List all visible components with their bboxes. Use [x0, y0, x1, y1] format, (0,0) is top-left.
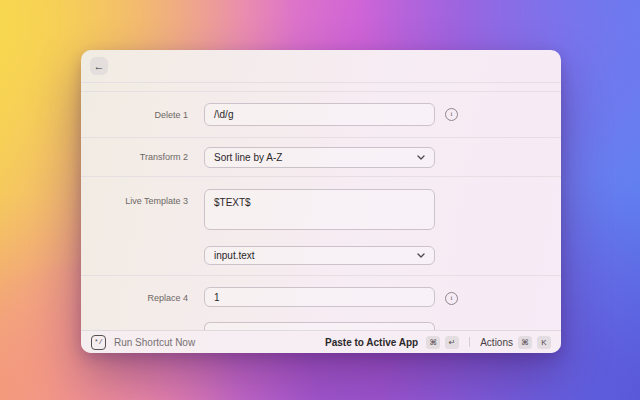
delete-pattern-input[interactable]: /\d/g [204, 103, 435, 126]
cmd-key-icon: ⌘ [426, 336, 440, 349]
input-source-select[interactable]: input.text [204, 246, 435, 265]
back-arrow-icon: ← [94, 60, 105, 72]
input-value: /\d/g [214, 109, 233, 120]
field-label: Delete 1 [81, 110, 188, 120]
k-key-icon: K [537, 336, 551, 349]
run-shortcut-now-label[interactable]: Run Shortcut Now [114, 337, 195, 348]
form-row-replace: Replace 4 1 i [81, 276, 561, 330]
shortcut-editor-window: ← Delete 1 /\d/g i Transform 2 Sort line… [81, 50, 561, 353]
transform-select[interactable]: Sort line by A-Z [204, 147, 435, 168]
action-bar: */ Run Shortcut Now Paste to Active App … [81, 330, 561, 353]
form-row-delete: Delete 1 /\d/g i [81, 92, 561, 138]
field-label: Transform 2 [81, 152, 188, 162]
paste-to-active-app-button[interactable]: Paste to Active App [325, 337, 418, 348]
cmd-key-icon: ⌘ [518, 336, 532, 349]
footer-divider [469, 337, 470, 347]
select-value: input.text [214, 250, 255, 261]
field-label: Live Template 3 [81, 177, 188, 206]
field-label: Replace 4 [81, 276, 188, 303]
info-icon[interactable]: i [445, 108, 458, 121]
form-row-live-template: Live Template 3 $TEXT$ input.text [81, 177, 561, 276]
select-value: Sort line by A-Z [214, 152, 282, 163]
live-template-textarea[interactable]: $TEXT$ [204, 189, 435, 230]
scrolled-row-sliver [81, 83, 561, 92]
form-row-transform: Transform 2 Sort line by A-Z [81, 138, 561, 177]
chevron-down-icon [417, 155, 425, 160]
return-key-icon: ↵ [445, 336, 459, 349]
actions-button[interactable]: Actions [480, 337, 513, 348]
clipped-next-field [204, 322, 435, 330]
window-header: ← [81, 50, 561, 83]
replace-input[interactable]: 1 [204, 287, 435, 307]
shortcut-app-icon: */ [91, 335, 106, 350]
chevron-down-icon [417, 253, 425, 258]
info-icon[interactable]: i [445, 292, 458, 305]
input-value: 1 [214, 292, 220, 303]
back-button[interactable]: ← [90, 57, 108, 75]
textarea-value: $TEXT$ [214, 197, 251, 208]
